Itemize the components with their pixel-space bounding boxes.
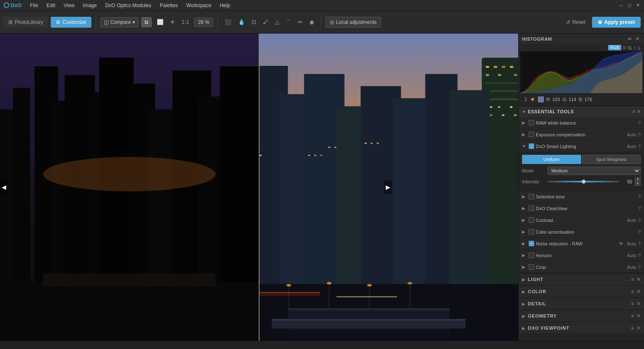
svg-rect-16 (43, 273, 216, 286)
clearview-checkbox[interactable] (529, 206, 534, 211)
histogram-close-button[interactable]: ✕ (634, 36, 641, 42)
restore-button[interactable]: ◻ (626, 3, 632, 8)
color-acc-expand[interactable]: ▶ (522, 229, 527, 234)
noise-expand[interactable]: ▶ (522, 241, 527, 246)
crop-edit-button[interactable]: ⬛ (222, 17, 234, 27)
clearview-expand[interactable]: ▶ (522, 206, 527, 211)
essential-tools-header[interactable]: ▼ ESSENTIAL TOOLS ≡ ✕ (519, 106, 644, 117)
photo-library-button[interactable]: ⊞ PhotoLibrary (3, 17, 48, 28)
straighten-tool-button[interactable]: ✛ (168, 17, 177, 27)
spot-weighted-button[interactable]: Spot Weighted (582, 155, 641, 164)
menu-icon[interactable]: ≡ (632, 109, 635, 115)
prev-image-button[interactable]: ◀ (0, 180, 8, 194)
path-button[interactable]: 🖊 (260, 17, 271, 27)
color-menu-icon[interactable]: ≡ (631, 289, 634, 294)
eyedropper-button[interactable]: 💧 (236, 17, 247, 27)
svg-point-80 (367, 284, 372, 286)
smart-lighting-checkbox[interactable]: ✓ (529, 143, 534, 149)
noise-checkbox[interactable]: ✓ (529, 241, 534, 246)
split-view-button[interactable]: ⧉ (141, 17, 152, 27)
color-category[interactable]: ▶ COLOR ≡ ✕ (519, 286, 644, 298)
menu-image[interactable]: Image (80, 2, 100, 9)
close-icon[interactable]: ✕ (637, 109, 641, 115)
intensity-down-button[interactable]: ▼ (635, 182, 641, 186)
raw-wb-expand[interactable]: ▶ (522, 120, 527, 125)
light-category[interactable]: ▶ LIGHT ≡ ✕ (519, 273, 644, 286)
svg-rect-71 (377, 143, 379, 144)
detail-menu-icon[interactable]: ≡ (631, 301, 634, 307)
clearview-help[interactable]: ? (638, 206, 641, 211)
menu-help[interactable]: Help (216, 2, 234, 9)
crop-checkbox[interactable] (529, 264, 534, 270)
light-close-icon[interactable]: ✕ (636, 276, 641, 282)
selective-tone-expand[interactable]: ▶ (522, 194, 527, 199)
horizon-expand[interactable]: ▶ (522, 253, 527, 258)
r-channel-button[interactable]: R (623, 45, 626, 50)
geometry-close-icon[interactable]: ✕ (636, 313, 641, 319)
rgb-button[interactable]: RGB (608, 45, 621, 50)
exposure-checkbox[interactable] (529, 132, 534, 137)
menu-view[interactable]: View (60, 2, 78, 9)
menu-edit[interactable]: Edit (43, 2, 59, 9)
reset-button[interactable]: ↺ Reset (562, 17, 589, 28)
next-image-button[interactable]: ▶ (384, 180, 392, 194)
customize-button[interactable]: ⚙ Customize (51, 17, 91, 28)
crop-help[interactable]: ? (638, 265, 641, 270)
contrast-expand[interactable]: ▶ (522, 218, 527, 222)
light-menu-icon[interactable]: ≡ (631, 276, 634, 282)
menu-palettes[interactable]: Palettes (156, 2, 181, 9)
detail-actions: ≡ ✕ (631, 301, 641, 307)
geometry-category[interactable]: ▶ GEOMETRY ≡ ✕ (519, 310, 644, 322)
brush-button[interactable]: ⌒ (283, 17, 294, 28)
color-close-icon[interactable]: ✕ (636, 289, 641, 294)
viewpoint-close-icon[interactable]: ✕ (636, 325, 641, 331)
contrast-checkbox[interactable] (529, 217, 534, 223)
smart-lighting-expand[interactable]: ▼ (522, 144, 527, 148)
noise-help[interactable]: ? (638, 241, 641, 246)
svg-rect-85 (336, 296, 397, 297)
minimize-button[interactable]: ─ (618, 3, 624, 8)
uniform-button[interactable]: Uniform (522, 155, 581, 164)
crop-tool-button[interactable]: ⬜ (154, 17, 166, 27)
color-acc-label: Color accentuation (536, 229, 636, 234)
geometry-menu-icon[interactable]: ≡ (631, 313, 634, 319)
contrast-help[interactable]: ? (638, 218, 641, 223)
histogram-expand-button[interactable]: ⇔ (626, 36, 633, 42)
detail-category[interactable]: ▶ DETAIL ≡ ✕ (519, 298, 644, 310)
selective-tone-help[interactable]: ? (638, 194, 641, 199)
exposure-expand[interactable]: ▶ (522, 132, 527, 137)
compare-button[interactable]: ◫ Compare ▾ (100, 17, 139, 27)
viewpoint-menu-icon[interactable]: ≡ (631, 325, 634, 331)
horizon-help[interactable]: ? (638, 253, 641, 258)
close-button[interactable]: ✕ (635, 3, 641, 8)
mask-button[interactable]: ◉ (307, 17, 317, 27)
raw-wb-help[interactable]: ? (638, 120, 641, 125)
menu-dxo-optics[interactable]: DxO Optics Modules (102, 2, 155, 9)
local-adjustments-button[interactable]: ◎ Local adjustments (325, 17, 382, 28)
color-acc-help[interactable]: ? (638, 229, 641, 234)
menu-file[interactable]: File (27, 2, 42, 9)
eraser-button[interactable]: ✏ (296, 17, 305, 27)
image-split-view (0, 34, 518, 341)
color-acc-checkbox[interactable] (529, 229, 534, 234)
detail-close-icon[interactable]: ✕ (636, 301, 641, 307)
zoom-display[interactable]: 28 % (194, 18, 213, 27)
ratio-button[interactable]: 1:1 (179, 17, 192, 27)
dxo-viewpoint-category[interactable]: ▶ DXO VIEWPOINT ≡ ✕ (519, 322, 644, 334)
l-channel-button[interactable]: L (638, 45, 641, 50)
sl-mode-select[interactable]: Medium Light Strong (548, 167, 641, 175)
menu-workspace[interactable]: Workspace (183, 2, 215, 9)
g-channel-button[interactable]: G (628, 45, 632, 50)
intensity-up-button[interactable]: ▲ (635, 177, 641, 181)
b-channel-button[interactable]: B (634, 45, 636, 50)
raw-wb-checkbox[interactable] (529, 120, 534, 125)
exposure-help[interactable]: ? (638, 132, 641, 137)
selective-tone-checkbox[interactable] (529, 194, 534, 199)
sl-intensity-slider[interactable] (548, 181, 619, 182)
horizon-checkbox[interactable] (529, 253, 534, 258)
repair-button[interactable]: ⊡ (249, 17, 259, 27)
crop-expand[interactable]: ▶ (522, 265, 527, 269)
apply-preset-button[interactable]: ⊕ Apply preset (592, 17, 641, 28)
smart-lighting-help[interactable]: ? (638, 144, 641, 149)
shape-button[interactable]: △ (273, 17, 282, 27)
